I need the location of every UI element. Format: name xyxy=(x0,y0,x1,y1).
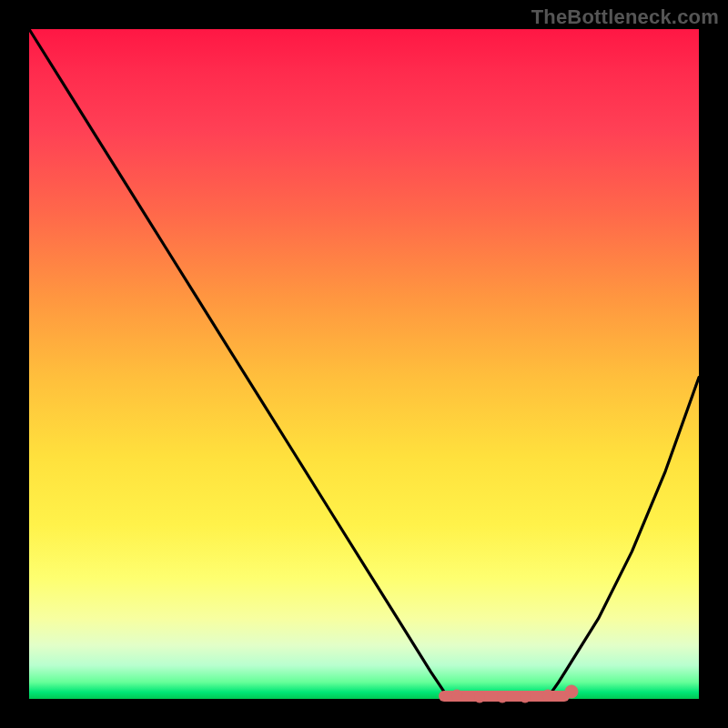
flat-bottom-markers xyxy=(444,685,578,703)
flat-bottom-marker xyxy=(474,692,485,703)
flat-bottom-marker xyxy=(520,692,531,703)
flat-bottom-marker xyxy=(542,690,553,701)
plot-area xyxy=(29,29,699,699)
flat-bottom-end-marker xyxy=(565,685,578,698)
watermark-text: TheBottleneck.com xyxy=(531,5,719,29)
flat-bottom-marker xyxy=(497,692,508,703)
flat-bottom-marker xyxy=(451,690,462,701)
chart-frame: TheBottleneck.com xyxy=(0,0,728,728)
curve-layer xyxy=(29,29,699,699)
bottleneck-curve-path xyxy=(29,29,699,699)
